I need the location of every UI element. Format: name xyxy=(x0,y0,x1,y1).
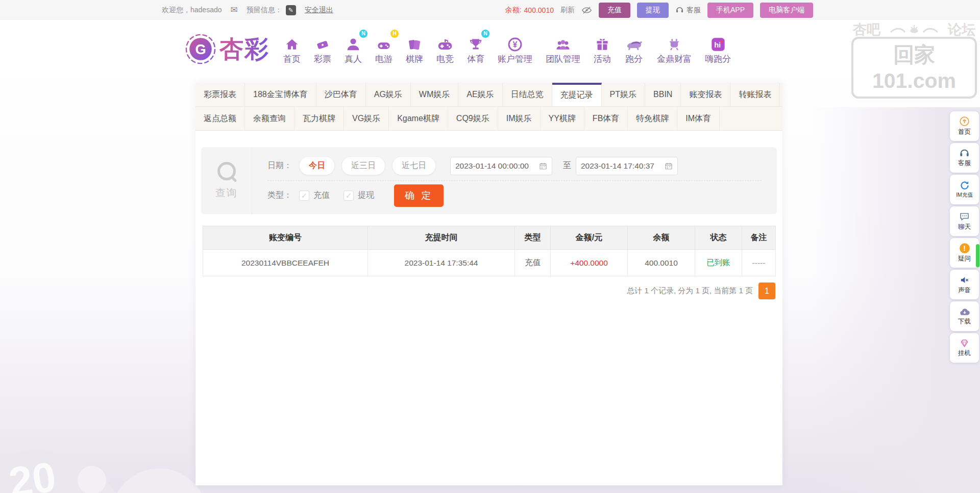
side-label: IM充值 xyxy=(956,192,973,199)
table-header-row: 账变编号 充提时间 类型 金额/元 余额 状态 备注 xyxy=(203,226,776,250)
logout-link[interactable]: 安全退出 xyxy=(305,6,333,15)
tab-vg[interactable]: VG娱乐 xyxy=(344,107,389,130)
tab-bbin[interactable]: BBIN xyxy=(645,83,681,106)
nav-haipaofen[interactable]: hi 嗨跑分 xyxy=(698,32,738,66)
side-sound[interactable]: 声音 xyxy=(950,270,979,299)
side-download[interactable]: 下载 xyxy=(950,301,979,331)
nav-label: 体育 xyxy=(467,53,484,66)
date-label: 日期： xyxy=(267,160,292,171)
preset-3days[interactable]: 近三日 xyxy=(341,156,385,175)
svg-text:G: G xyxy=(195,41,206,57)
nav-label: 真人 xyxy=(345,53,362,66)
cell-time: 2023-01-14 17:35:44 xyxy=(368,250,515,276)
topbar-right: 余额: 400.0010 刷新 充值 提现 客服 手机APP 电脑客户端 xyxy=(505,3,813,18)
date-to-input[interactable]: 2023-01-14 17:40:37 xyxy=(576,157,678,175)
tab-ag[interactable]: AG娱乐 xyxy=(366,83,411,106)
topbar: 欢迎您，hadesado ✉ 预留信息： ✎ 安全退出 余额: 400.0010… xyxy=(0,0,980,20)
nav-account[interactable]: ¥ 账户管理 xyxy=(491,32,539,66)
im-recharge-icon xyxy=(960,180,970,191)
nav-lottery[interactable]: 彩票 xyxy=(307,32,338,66)
tab-ae[interactable]: AE娱乐 xyxy=(458,83,502,106)
checkbox-withdraw[interactable]: ✓ xyxy=(344,191,354,201)
tab-188jinbaobo[interactable]: 188金宝博体育 xyxy=(245,83,316,106)
side-chat[interactable]: 聊天 xyxy=(950,206,979,236)
chat-icon xyxy=(959,212,970,222)
tab-chongti-jilu-active[interactable]: 充提记录 xyxy=(552,83,602,106)
checkbox-deposit[interactable]: ✓ xyxy=(299,191,309,201)
nav-label: 棋牌 xyxy=(406,53,423,66)
mail-icon[interactable]: ✉ xyxy=(231,5,238,15)
edit-pencil-icon[interactable]: ✎ xyxy=(286,5,296,15)
main-panel: 彩票报表 188金宝博体育 沙巴体育 AG娱乐 WM娱乐 AE娱乐 日结总览 充… xyxy=(195,83,782,485)
date-from-value: 2023-01-14 00:00:00 xyxy=(455,161,529,171)
nav-live[interactable]: N 真人 xyxy=(338,32,369,66)
tab-wm[interactable]: WM娱乐 xyxy=(411,83,458,106)
refresh-link[interactable]: 刷新 xyxy=(560,6,575,15)
checkbox-deposit-label: 充值 xyxy=(313,190,330,201)
side-label: 下载 xyxy=(958,317,971,326)
side-hangup[interactable]: 挂机 xyxy=(950,333,979,363)
nav-label: 团队管理 xyxy=(546,53,580,66)
nav-label: 彩票 xyxy=(314,53,331,66)
pc-client-button[interactable]: 电脑客户端 xyxy=(760,3,813,18)
nav-sports[interactable]: N 体育 xyxy=(460,32,491,66)
nav-esports[interactable]: 电竞 xyxy=(430,32,460,66)
preset-today[interactable]: 今日 xyxy=(299,156,335,175)
tab-im-tiyu[interactable]: IM体育 xyxy=(677,107,720,130)
nav-paofen[interactable]: 跑分 xyxy=(618,32,650,66)
nav-slots[interactable]: H 电游 xyxy=(369,32,399,66)
preset-7days[interactable]: 近七日 xyxy=(392,156,436,175)
customer-service[interactable]: 客服 xyxy=(675,6,701,15)
type-label: 类型： xyxy=(267,190,292,201)
nav-promotions[interactable]: 活动 xyxy=(587,32,618,66)
tab-fandian-zonge[interactable]: 返点总额 xyxy=(195,107,245,130)
tab-caipiao-baobiao[interactable]: 彩票报表 xyxy=(195,83,245,106)
mobile-app-button[interactable]: 手机APP xyxy=(707,3,753,18)
side-im-recharge[interactable]: IM充值 xyxy=(950,175,979,204)
checkbox-withdraw-label: 提现 xyxy=(358,190,374,201)
deposit-button[interactable]: 充值 xyxy=(599,3,630,18)
confirm-button[interactable]: 确 定 xyxy=(394,184,444,207)
side-home[interactable]: 首页 xyxy=(950,111,979,141)
side-question[interactable]: ! 疑问 xyxy=(950,238,979,268)
withdraw-button[interactable]: 提现 xyxy=(637,3,669,18)
eye-off-icon[interactable] xyxy=(581,6,592,14)
nav-team[interactable]: 团队管理 xyxy=(539,32,587,66)
page: 20 欢迎您，hadesado ✉ 预留信息： ✎ 安全退出 余额: 400.0… xyxy=(0,0,980,493)
tab-fb-tiyu[interactable]: FB体育 xyxy=(584,107,628,130)
tab-im-yule[interactable]: IM娱乐 xyxy=(498,107,541,130)
esports-icon xyxy=(436,36,454,53)
nav-jinding[interactable]: 金鼎财富 xyxy=(650,32,698,66)
date-from-input[interactable]: 2023-01-14 00:00:00 xyxy=(450,157,552,175)
cell-status: 已到账 xyxy=(695,250,742,276)
side-label: 首页 xyxy=(958,128,971,136)
site-logo[interactable]: G 杏彩 xyxy=(185,33,277,65)
nav-cards[interactable]: 棋牌 xyxy=(399,32,430,66)
records-table: 账变编号 充提时间 类型 金额/元 余额 状态 备注 20230114VBBCE… xyxy=(203,226,776,276)
logo-badge-icon: G xyxy=(185,33,216,65)
tab-pt[interactable]: PT娱乐 xyxy=(602,83,645,106)
cell-amount: +400.0000 xyxy=(551,250,628,276)
tab-yue-chaxun[interactable]: 余额查询 xyxy=(245,107,295,130)
hot-badge: H xyxy=(390,30,399,38)
reserved-info: 预留信息： ✎ xyxy=(247,5,296,15)
tab-yy-qipai[interactable]: YY棋牌 xyxy=(541,107,584,130)
cards-icon xyxy=(406,37,423,53)
tabs-row-1: 彩票报表 188金宝博体育 沙巴体育 AG娱乐 WM娱乐 AE娱乐 日结总览 充… xyxy=(195,83,782,107)
tab-rijie-zonglan[interactable]: 日结总览 xyxy=(503,83,552,106)
scroll-indicator[interactable] xyxy=(976,244,979,267)
tab-temian-qipai[interactable]: 特免棋牌 xyxy=(628,107,677,130)
tab-kgame[interactable]: Kgame棋牌 xyxy=(389,107,448,130)
tab-cq9[interactable]: CQ9娱乐 xyxy=(448,107,498,130)
nav-home[interactable]: 首页 xyxy=(277,32,307,66)
tab-zhuanzhang-baobiao[interactable]: 转账报表 xyxy=(730,83,780,106)
side-service[interactable]: 客服 xyxy=(950,143,979,173)
date-filter-row: 日期： 今日 近三日 近七日 2023-01-14 00:00:00 至 202… xyxy=(267,151,777,180)
tab-shaba-tiyu[interactable]: 沙巴体育 xyxy=(316,83,366,106)
tab-wali-qipai[interactable]: 瓦力棋牌 xyxy=(295,107,344,130)
page-1-button[interactable]: 1 xyxy=(758,283,775,299)
welcome-text: 欢迎您，hadesado xyxy=(162,6,222,15)
query-side: 查询 xyxy=(201,147,252,214)
decor-number: 20 xyxy=(6,453,59,493)
tab-zhangbian-baobiao[interactable]: 账变报表 xyxy=(681,83,730,106)
